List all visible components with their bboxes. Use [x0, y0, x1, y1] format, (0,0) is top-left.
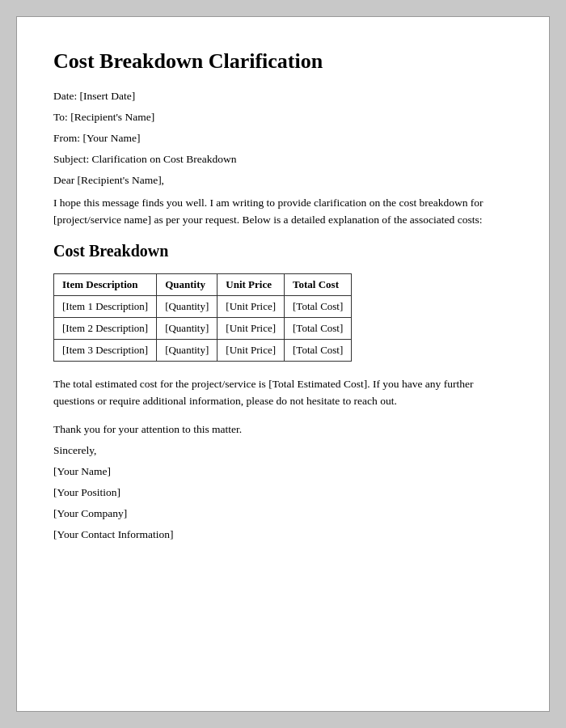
item2-unit-price: [Unit Price]: [218, 317, 285, 339]
item1-unit-price: [Unit Price]: [218, 295, 285, 317]
signature-contact: [Your Contact Information]: [53, 528, 513, 541]
table-row: [Item 2 Description] [Quantity] [Unit Pr…: [54, 317, 352, 339]
col-header-quantity: Quantity: [157, 273, 218, 295]
item2-total-cost: [Total Cost]: [285, 317, 352, 339]
signature-position: [Your Position]: [53, 486, 513, 499]
intro-paragraph: I hope this message finds you well. I am…: [53, 195, 513, 229]
item2-description: [Item 2 Description]: [54, 317, 157, 339]
item3-description: [Item 3 Description]: [54, 339, 157, 361]
item3-quantity: [Quantity]: [157, 339, 218, 361]
greeting: Dear [Recipient's Name],: [53, 174, 513, 187]
item3-total-cost: [Total Cost]: [285, 339, 352, 361]
signature-name: [Your Name]: [53, 465, 513, 478]
from-line: From: [Your Name]: [53, 132, 513, 145]
to-line: To: [Recipient's Name]: [53, 111, 513, 124]
date-line: Date: [Insert Date]: [53, 90, 513, 103]
document: Cost Breakdown Clarification Date: [Inse…: [16, 16, 550, 712]
thanks-line: Thank you for your attention to this mat…: [53, 423, 513, 436]
signature-block: Sincerely, [Your Name] [Your Position] […: [53, 444, 513, 541]
cost-table: Item Description Quantity Unit Price Tot…: [53, 273, 352, 362]
item1-description: [Item 1 Description]: [54, 295, 157, 317]
item3-unit-price: [Unit Price]: [218, 339, 285, 361]
table-row: [Item 3 Description] [Quantity] [Unit Pr…: [54, 339, 352, 361]
col-header-item-description: Item Description: [54, 273, 157, 295]
signature-company: [Your Company]: [53, 507, 513, 520]
item1-quantity: [Quantity]: [157, 295, 218, 317]
col-header-total-cost: Total Cost: [285, 273, 352, 295]
sincerely-line: Sincerely,: [53, 444, 513, 457]
table-row: [Item 1 Description] [Quantity] [Unit Pr…: [54, 295, 352, 317]
item2-quantity: [Quantity]: [157, 317, 218, 339]
subject-line: Subject: Clarification on Cost Breakdown: [53, 153, 513, 166]
table-header-row: Item Description Quantity Unit Price Tot…: [54, 273, 352, 295]
item1-total-cost: [Total Cost]: [285, 295, 352, 317]
col-header-unit-price: Unit Price: [218, 273, 285, 295]
closing-paragraph: The total estimated cost for the project…: [53, 376, 513, 410]
cost-section-heading: Cost Breakdown: [53, 242, 513, 260]
document-title: Cost Breakdown Clarification: [53, 49, 513, 74]
